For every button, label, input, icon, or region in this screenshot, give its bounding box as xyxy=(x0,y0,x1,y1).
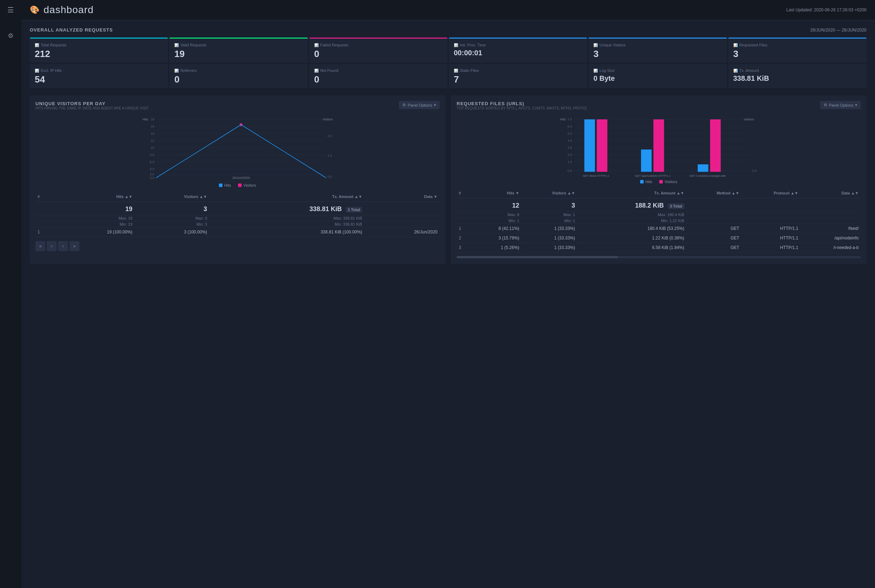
sidebar: ☰ ⚙ xyxy=(0,0,21,588)
stat-label: 📊 Valid Requests xyxy=(174,43,303,47)
visitors-table: # Hits ▲▼ Visitors ▲▼ Tx. Amount ▲▼ Data… xyxy=(35,192,440,237)
col-data[interactable]: Data ▲▼ xyxy=(800,188,861,198)
panel-subtitle: HITS HAVING THE SAME IP, DATE AND AGENT … xyxy=(35,106,149,110)
panel-header: REQUESTED FILES (URLS) TOP REQUESTS SORT… xyxy=(457,101,861,114)
row-num: 1 xyxy=(35,227,54,237)
horizontal-scrollbar[interactable] xyxy=(457,256,861,258)
table-row: 1 8 (42.11%) 1 (33.33%) 180.4 KiB (53.25… xyxy=(457,224,861,233)
summary-hits: 19 xyxy=(54,202,135,215)
panel-options-button[interactable]: ⚙ Panel Options ▾ xyxy=(820,101,861,109)
requested-files-panel: REQUESTED FILES (URLS) TOP REQUESTS SORT… xyxy=(451,95,866,264)
col-tx-amount[interactable]: Tx. Amount ▲▼ xyxy=(209,192,365,202)
stat-value: 212 xyxy=(35,49,163,58)
row-data: 26/Jun/2020 xyxy=(364,227,440,237)
total-badge: 1 Total xyxy=(346,207,362,213)
stat-value: 0 xyxy=(314,75,443,84)
svg-text:8.0: 8.0 xyxy=(150,153,155,157)
pagination-last[interactable]: » xyxy=(69,241,80,251)
chart-legend: Hits Visitors xyxy=(35,183,440,188)
bar-hits-2 xyxy=(641,150,652,172)
stat-value: 7 xyxy=(454,75,582,84)
col-protocol[interactable]: Protocol ▲▼ xyxy=(741,188,801,198)
svg-text:12: 12 xyxy=(150,139,154,142)
stat-label: 📊 Log Size xyxy=(593,68,722,73)
pagination-prev[interactable]: ‹ xyxy=(47,241,57,251)
svg-text:6.0: 6.0 xyxy=(150,160,155,164)
col-data[interactable]: Data ▼ xyxy=(364,192,440,202)
scrollbar-thumb[interactable] xyxy=(457,256,618,258)
stat-total-requests: 📊 Total Requests 212 xyxy=(30,38,168,63)
col-method[interactable]: Method ▲▼ xyxy=(687,188,741,198)
overall-section-title: OVERALL ANALYZED REQUESTS xyxy=(30,27,113,33)
stat-label: 📊 Init. Proc. Time xyxy=(454,43,582,47)
stat-label: 📊 Failed Requests xyxy=(314,43,443,47)
visitors-legend-label: Visitors xyxy=(243,183,256,188)
svg-text:1.0: 1.0 xyxy=(328,154,332,157)
col-visitors[interactable]: Visitors ▲▼ xyxy=(521,188,577,198)
visitors-legend-label: Visitors xyxy=(665,180,677,184)
main-content: 🎨 dashboard Last Updated: 2020-06-26 17:… xyxy=(21,0,875,588)
bar-visitors-2 xyxy=(654,119,664,172)
table-summary-row: 19 3 338.81 KiB 1 Total xyxy=(35,202,440,215)
panel-header: UNIQUE VISITORS PER DAY HITS HAVING THE … xyxy=(35,101,440,114)
stat-log-size: 📊 Log Size 0 Byte xyxy=(588,64,726,88)
svg-text:6.0: 6.0 xyxy=(567,124,572,128)
stat-value: 338.81 KiB xyxy=(733,75,861,82)
svg-text:0.0: 0.0 xyxy=(328,175,332,178)
summary-visitors: 3 xyxy=(135,202,209,215)
stat-value: 19 xyxy=(174,49,303,58)
svg-text:18: 18 xyxy=(150,118,154,121)
stat-failed-requests: 📊 Failed Requests 0 xyxy=(309,38,447,63)
stat-value: 0 xyxy=(314,49,443,58)
stat-value: 3 xyxy=(733,49,861,58)
stat-excl-ip-hits: 📊 Excl. IP Hits 54 xyxy=(30,64,168,88)
settings-icon[interactable]: ⚙ xyxy=(8,32,14,40)
svg-text:4.0: 4.0 xyxy=(567,139,572,142)
stat-label: 📊 Referrers xyxy=(174,68,303,73)
stat-label: 📊 Excl. IP Hits xyxy=(35,68,163,73)
summary-visitors: 3 xyxy=(521,198,577,212)
svg-line-25 xyxy=(156,124,241,178)
header-left: 🎨 dashboard xyxy=(30,4,93,16)
visitors-legend-dot xyxy=(659,180,663,183)
panels-row: UNIQUE VISITORS PER DAY HITS HAVING THE … xyxy=(30,95,866,264)
content-area: OVERALL ANALYZED REQUESTS 26/JUN/2020 — … xyxy=(21,20,875,588)
stat-unique-visitors: 📊 Unique Visitors 3 xyxy=(588,38,726,63)
stat-value: 0 xyxy=(174,75,303,84)
pagination-first[interactable]: « xyxy=(35,241,45,251)
bar-visitors-3 xyxy=(710,119,721,172)
svg-text:26/Jun/2020: 26/Jun/2020 xyxy=(233,176,250,180)
svg-text:14: 14 xyxy=(150,132,154,135)
stat-label: 📊 Tx. Amount xyxy=(733,68,861,73)
unique-visitors-panel: UNIQUE VISITORS PER DAY HITS HAVING THE … xyxy=(30,95,445,264)
svg-text:2.0: 2.0 xyxy=(567,153,572,157)
dashboard-icon: 🎨 xyxy=(30,5,39,15)
stat-valid-requests: 📊 Valid Requests 19 xyxy=(169,38,308,63)
stat-value: 54 xyxy=(35,75,163,84)
summary-tx: 188.2 KiB 3 Total xyxy=(577,198,686,212)
table-row: 3 1 (5.26%) 1 (33.33%) 6.58 KiB (1.94%) … xyxy=(457,243,861,252)
table-summary-sub-min: Min: 1 Min: 1 Min: 1.22 KiB xyxy=(457,218,861,224)
col-num: # xyxy=(457,188,470,198)
table-summary-sub-max: Max: 8 Max: 1 Max: 180.4 KiB xyxy=(457,212,861,218)
date-range: 26/JUN/2020 — 26/JUN/2020 xyxy=(810,28,866,33)
col-hits[interactable]: Hits ▼ xyxy=(470,188,521,198)
pagination: « ‹ › » xyxy=(35,241,440,251)
col-tx-amount[interactable]: Tx. Amount ▲▼ xyxy=(577,188,686,198)
menu-icon[interactable]: ☰ xyxy=(8,6,14,14)
panel-options-button[interactable]: ⚙ Panel Options ▾ xyxy=(399,101,440,109)
pagination-next[interactable]: › xyxy=(58,241,68,251)
stat-label: 📊 Total Requests xyxy=(35,43,163,47)
svg-text:GET /api/nodeinfo HTTP/1.1: GET /api/nodeinfo HTTP/1.1 xyxy=(635,174,671,177)
table-summary-sub-max: Max: 19 Max: 3 Max: 338.81 KiB xyxy=(35,215,440,221)
stat-label: 📊 Requested Files xyxy=(733,43,861,47)
visitors-chart-svg: 18 16 14 12 10 8.0 6.0 4.0 2.0 0.0 Hits … xyxy=(35,116,440,180)
bar-hits-3 xyxy=(698,164,708,172)
stat-tx-amount: 📊 Tx. Amount 338.81 KiB xyxy=(728,64,866,88)
hits-legend-dot xyxy=(640,180,644,183)
col-visitors[interactable]: Visitors ▲▼ xyxy=(135,192,209,202)
svg-text:2.0: 2.0 xyxy=(328,134,332,138)
total-badge: 3 Total xyxy=(668,203,684,209)
visitors-legend-dot xyxy=(238,183,242,187)
col-hits[interactable]: Hits ▲▼ xyxy=(54,192,135,202)
